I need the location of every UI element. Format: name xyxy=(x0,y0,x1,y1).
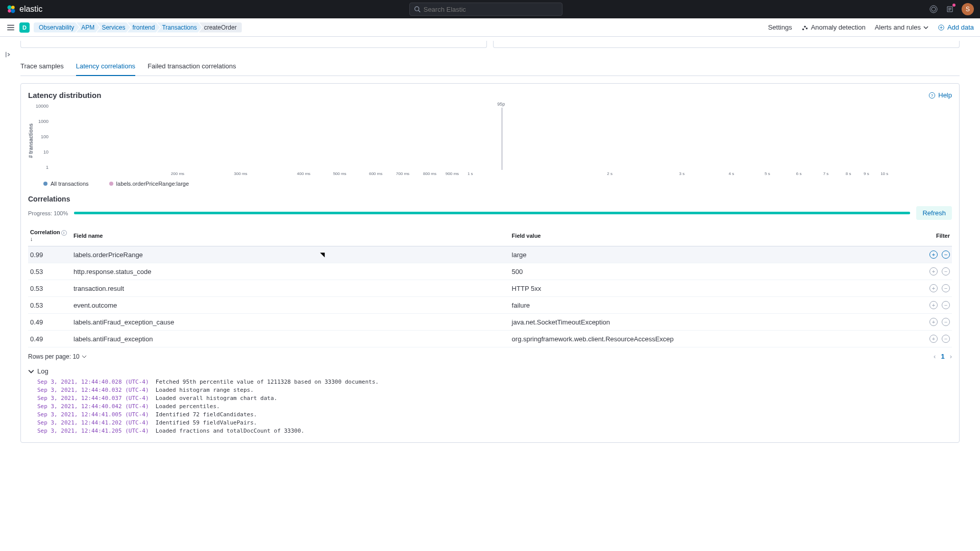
topbar: elastic S xyxy=(0,0,980,18)
panel-stub-left xyxy=(20,41,487,48)
global-search[interactable] xyxy=(409,3,562,16)
breadcrumb-item[interactable]: frontend xyxy=(127,22,160,33)
tab-failed-correlations[interactable]: Failed transaction correlations xyxy=(148,57,236,76)
breadcrumb-item[interactable]: Transactions xyxy=(157,22,202,33)
chevron-down-icon xyxy=(923,25,928,30)
sort-down-icon: ↓ xyxy=(30,236,33,242)
x-axis-ticks: 200 ms300 ms400 ms500 ms600 ms700 ms800 … xyxy=(52,171,952,178)
filter-out-icon[interactable]: − xyxy=(942,301,950,309)
elastic-logo-icon xyxy=(6,4,16,14)
nav-toggle-icon[interactable] xyxy=(6,23,15,32)
table-row[interactable]: 0.53event.outcomefailure+− xyxy=(28,297,952,314)
svg-point-7 xyxy=(932,7,936,11)
table-row[interactable]: 0.53http.response.status_code500+− xyxy=(28,263,952,280)
info-icon: i xyxy=(61,230,67,236)
filter-out-icon[interactable]: − xyxy=(942,251,950,259)
svg-point-6 xyxy=(930,6,937,13)
svg-point-4 xyxy=(414,7,419,11)
th-field-name[interactable]: Field name xyxy=(71,225,510,246)
subheader: D ObservabilityAPMServicesfrontendTransa… xyxy=(0,18,980,37)
svg-point-9 xyxy=(804,26,806,28)
breadcrumb: ObservabilityAPMServicesfrontendTransact… xyxy=(34,22,239,33)
y-axis-label: # transactions xyxy=(28,123,34,158)
newsfeed-icon[interactable] xyxy=(945,5,954,14)
filter-in-icon[interactable]: + xyxy=(929,251,938,259)
search-icon xyxy=(414,6,421,13)
breadcrumb-item[interactable]: APM xyxy=(76,22,100,33)
table-row[interactable]: 0.49labels.antiFraud_exception_causejava… xyxy=(28,314,952,331)
chevron-down-icon xyxy=(82,354,87,359)
breadcrumb-item: createOrder xyxy=(199,22,242,33)
panel-title: Latency distribution xyxy=(28,91,101,99)
chevron-down-icon xyxy=(28,368,34,374)
filter-out-icon[interactable]: − xyxy=(942,335,950,343)
progress-bar xyxy=(74,212,910,214)
filter-in-icon[interactable]: + xyxy=(929,284,938,292)
latency-chart[interactable]: # transactions 100001000100101 95p 200 m… xyxy=(28,104,952,178)
help-icon: ? xyxy=(928,92,936,99)
svg-point-2 xyxy=(8,9,11,13)
filter-in-icon[interactable]: + xyxy=(929,267,938,276)
correlations-table: Correlationi ↓ Field name Field value Fi… xyxy=(28,225,952,347)
help-icon[interactable] xyxy=(929,5,938,14)
help-link[interactable]: ? Help xyxy=(928,91,952,99)
anomaly-detection-link[interactable]: Anomaly detection xyxy=(801,23,866,31)
th-correlation[interactable]: Correlationi ↓ xyxy=(28,225,71,246)
breadcrumb-item[interactable]: Observability xyxy=(34,22,79,33)
refresh-button[interactable]: Refresh xyxy=(916,206,952,220)
latency-panel: Latency distribution ? Help # transactio… xyxy=(20,83,960,443)
th-field-value[interactable]: Field value xyxy=(510,225,916,246)
filter-in-icon[interactable]: + xyxy=(929,335,938,343)
th-filter: Filter xyxy=(916,225,952,246)
y-axis-ticks: 100001000100101 xyxy=(34,104,52,170)
collapse-sidebar-icon[interactable] xyxy=(5,51,12,60)
progress-label: Progress: 100% xyxy=(28,210,68,216)
plus-circle-icon xyxy=(938,24,945,31)
alerts-rules-link[interactable]: Alerts and rules xyxy=(875,23,928,31)
log-toggle[interactable]: Log xyxy=(28,367,952,375)
svg-point-10 xyxy=(805,28,807,30)
pagination: ‹ 1 › xyxy=(934,353,952,360)
filter-out-icon[interactable]: − xyxy=(942,284,950,292)
settings-link[interactable]: Settings xyxy=(768,23,792,31)
page-prev[interactable]: ‹ xyxy=(934,353,936,360)
logo-text: elastic xyxy=(19,5,42,14)
elastic-logo[interactable]: elastic xyxy=(6,4,42,14)
filter-in-icon[interactable]: + xyxy=(929,301,938,309)
page-next[interactable]: › xyxy=(950,353,952,360)
svg-point-3 xyxy=(11,9,15,13)
mouse-cursor: ◥ xyxy=(320,251,325,258)
svg-text:?: ? xyxy=(931,93,934,97)
tab-trace-samples[interactable]: Trace samples xyxy=(20,57,64,76)
log-output: Sep 3, 2021, 12:44:40.028 (UTC-4) Fetche… xyxy=(28,378,952,435)
filter-in-icon[interactable]: + xyxy=(929,318,938,326)
tab-latency-correlations[interactable]: Latency correlations xyxy=(76,57,135,76)
search-input[interactable] xyxy=(424,6,558,13)
table-row[interactable]: 0.53transaction.resultHTTP 5xx+− xyxy=(28,280,952,297)
breadcrumb-item[interactable]: Services xyxy=(96,22,130,33)
table-row[interactable]: 0.99labels.orderPriceRangelarge+− xyxy=(28,246,952,263)
tabs: Trace samples Latency correlations Faile… xyxy=(20,57,960,76)
svg-line-5 xyxy=(419,10,420,12)
svg-point-8 xyxy=(802,28,804,30)
panel-stub-right xyxy=(493,41,960,48)
svg-point-1 xyxy=(11,6,15,9)
add-data-link[interactable]: Add data xyxy=(938,23,974,31)
svg-point-0 xyxy=(8,6,12,10)
legend-all[interactable]: All transactions xyxy=(43,181,89,187)
correlations-title: Correlations xyxy=(28,195,952,203)
space-badge[interactable]: D xyxy=(19,22,30,33)
filter-out-icon[interactable]: − xyxy=(942,318,950,326)
ml-icon xyxy=(801,24,808,31)
user-avatar[interactable]: S xyxy=(962,3,974,15)
table-row[interactable]: 0.49labels.antiFraud_exceptionorg.spring… xyxy=(28,331,952,347)
filter-out-icon[interactable]: − xyxy=(942,267,950,276)
page-current[interactable]: 1 xyxy=(941,353,944,360)
legend-selected[interactable]: labels.orderPriceRange:large xyxy=(109,181,189,187)
rows-per-page[interactable]: Rows per page: 10 xyxy=(28,353,87,360)
